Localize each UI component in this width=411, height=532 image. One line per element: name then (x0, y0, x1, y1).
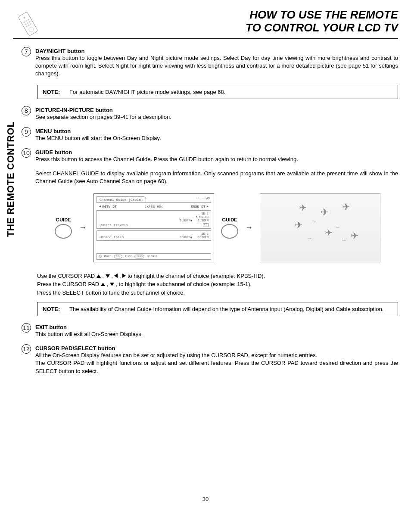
page-title: HOW TO USE THE REMOTE TO CONTROL YOUR LC… (246, 9, 398, 34)
note-box-2: NOTE: The availability of Channel Guide … (37, 302, 398, 316)
section-12: 12 CURSOR PAD/SELECT button All the On-S… (22, 345, 398, 375)
guide-label: GUIDE (56, 217, 71, 222)
cg-footer: Move SELTune INFODetail (97, 253, 211, 260)
section-heading: DAY/NIGHT button (35, 48, 398, 54)
section-num-9: 9 (22, 127, 31, 137)
section-text-2: The CURSOR PAD will highlight functions … (35, 359, 398, 375)
note-label: NOTE: (43, 89, 60, 95)
section-text: The MENU button will start the On-Screen… (35, 134, 398, 142)
svg-point-11 (28, 26, 34, 33)
note-text: For automatic DAY/NIGHT picture mode set… (69, 89, 225, 95)
svg-rect-9 (28, 24, 30, 26)
section-7: 7 DAY/NIGHT button Press this button to … (22, 48, 398, 78)
section-heading: PICTURE-IN-PICTURE button (35, 107, 398, 113)
up-arrow-icon (101, 283, 105, 286)
section-num-10: 10 (22, 148, 31, 158)
right-arrow-icon (122, 274, 126, 278)
arrow-right-icon: → (79, 223, 87, 232)
svg-rect-4 (28, 19, 30, 21)
section-9: 9 MENU button The MENU button will start… (22, 128, 398, 142)
cg-program-2: ▫Draon Tales 15-2 3:00PM◆ 3:30PM (97, 230, 211, 241)
page-number: 30 (13, 496, 398, 502)
section-heading: CURSOR PAD/SELECT button (35, 345, 398, 352)
cg-ch-left: ◀KGTV-DT (99, 205, 117, 208)
note-text: The availability of Channel Guide Inform… (69, 306, 384, 312)
section-8: 8 PICTURE-IN-PICTURE button See separate… (22, 107, 398, 121)
svg-rect-5 (25, 23, 27, 25)
down-arrow-icon (110, 283, 114, 286)
section-text-2: Select CHANNEL GUIDE to display availabl… (35, 170, 398, 185)
guide-button-icon (221, 224, 238, 239)
section-heading: EXIT button (35, 324, 398, 330)
svg-rect-3 (25, 20, 28, 22)
left-arrow-icon (114, 274, 118, 278)
section-heading: MENU button (35, 128, 398, 134)
up-arrow-icon (97, 274, 101, 278)
section-num-7: 7 (22, 47, 31, 56)
svg-rect-6 (27, 22, 29, 24)
svg-point-1 (23, 17, 25, 19)
side-tab: THE REMOTE CONTROL (5, 121, 16, 237)
remote-icon (13, 8, 44, 40)
section-text: Press this button to access the Channel … (35, 156, 398, 163)
cg-time: --:--AM (196, 196, 210, 200)
header: HOW TO USE THE REMOTE TO CONTROL YOUR LC… (13, 9, 398, 39)
cg-ch-right: KNSD-DT▶ (191, 205, 209, 208)
svg-rect-10 (30, 23, 32, 25)
svg-rect-0 (18, 12, 38, 36)
down-arrow-icon (106, 274, 110, 278)
content: 7 DAY/NIGHT button Press this button to … (13, 48, 398, 375)
section-num-11: 11 (22, 323, 31, 333)
figure-row: GUIDE → Channel Guide (Cable) --:--AM ◀K… (37, 193, 398, 262)
cg-program-1: ▫Smart Travels 15-1 KPBS-HD 3:00PM◆ 3:30… (97, 210, 211, 229)
section-heading: GUIDE button (35, 149, 398, 156)
section-text: This button will exit all On-Screen Disp… (35, 330, 398, 338)
arrow-right-icon: → (245, 223, 253, 232)
cg-ch-mid: ❯KPBS-HD❮ (145, 205, 163, 208)
tv-output-image: ✈ ✈ ✈ ✈ ✈ ✈ ~ ~ ~ ~ (260, 193, 380, 262)
title-line-2: TO CONTROL YOUR LCD TV (246, 22, 398, 34)
cursor-instructions: Use the CURSOR PAD , , , to highlight th… (37, 272, 398, 297)
title-line-1: HOW TO USE THE REMOTE (246, 9, 398, 22)
svg-rect-8 (26, 25, 28, 27)
guide-button-left: GUIDE (55, 217, 72, 239)
guide-button-right: GUIDE (221, 217, 238, 239)
section-10: 10 GUIDE button Press this button to acc… (22, 149, 398, 186)
svg-rect-2 (23, 21, 25, 23)
guide-button-icon (55, 224, 72, 239)
section-text: Press this button to toggle between Day … (35, 54, 398, 78)
guide-label: GUIDE (222, 217, 237, 222)
note-label: NOTE: (43, 306, 60, 312)
section-11: 11 EXIT button This button will exit all… (22, 324, 398, 338)
section-num-8: 8 (22, 106, 31, 115)
cg-tab: Channel Guide (Cable) (97, 196, 146, 202)
channel-guide-screen: Channel Guide (Cable) --:--AM ◀KGTV-DT ❯… (93, 193, 214, 262)
section-text: All the On-Screen Display features can b… (35, 352, 398, 359)
note-box-1: NOTE: For automatic DAY/NIGHT picture mo… (37, 85, 398, 99)
section-text: See separate section on pages 39-41 for … (35, 113, 398, 121)
svg-rect-7 (28, 21, 31, 23)
section-num-12: 12 (22, 344, 31, 354)
